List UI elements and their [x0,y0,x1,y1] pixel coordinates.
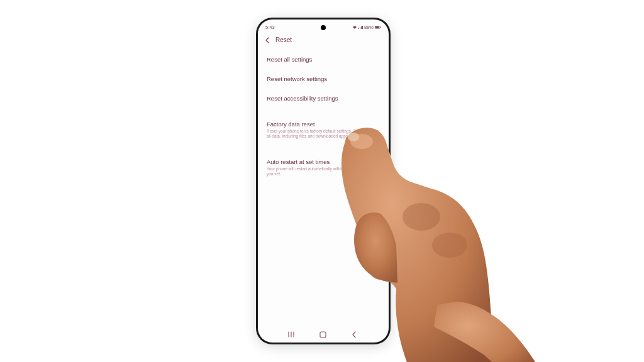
option-reset-all-settings[interactable]: Reset all settings [267,50,380,69]
back-nav-icon [352,331,357,338]
svg-rect-2 [380,26,380,28]
camera-notch [321,25,326,30]
option-title: Factory data reset [267,121,380,128]
chevron-left-icon [265,37,270,43]
phone-screen: 5:43 89% Reset Reset all settings Reset … [258,19,389,343]
section-gap [267,146,380,152]
option-subtitle: Your phone will restart automatically wi… [267,167,380,177]
page-title: Reset [275,36,292,43]
wifi-icon [352,26,357,30]
header: Reset [258,33,389,48]
nav-bar [258,330,389,339]
battery-icon [375,26,381,29]
option-factory-data-reset[interactable]: Factory data reset Reset your phone to i… [267,114,380,146]
svg-point-7 [432,233,467,258]
option-auto-restart[interactable]: Auto restart at set times Your phone wil… [267,152,380,184]
svg-rect-1 [375,26,379,29]
svg-rect-3 [320,332,326,337]
recents-icon [288,331,297,337]
signal-icon [358,26,363,30]
option-title: Auto restart at set times [267,158,380,165]
option-title: Reset accessibility settings [267,95,380,102]
settings-list: Reset all settings Reset network setting… [258,48,389,185]
option-reset-accessibility-settings[interactable]: Reset accessibility settings [267,89,380,108]
back-button[interactable] [264,37,270,43]
nav-home[interactable] [319,330,328,339]
phone-frame: 5:43 89% Reset Reset all settings Reset … [256,18,391,344]
option-title: Reset network settings [267,75,380,82]
option-title: Reset all settings [267,56,380,63]
section-gap [267,108,380,114]
svg-point-6 [402,203,440,231]
nav-back[interactable] [350,330,358,339]
status-time: 5:43 [265,25,275,30]
option-reset-network-settings[interactable]: Reset network settings [267,69,380,89]
battery-text: 89% [364,25,374,30]
status-right: 89% [352,25,381,30]
option-subtitle: Reset your phone to its factory default … [267,129,380,140]
nav-recents[interactable] [288,330,297,339]
home-icon [319,331,326,338]
